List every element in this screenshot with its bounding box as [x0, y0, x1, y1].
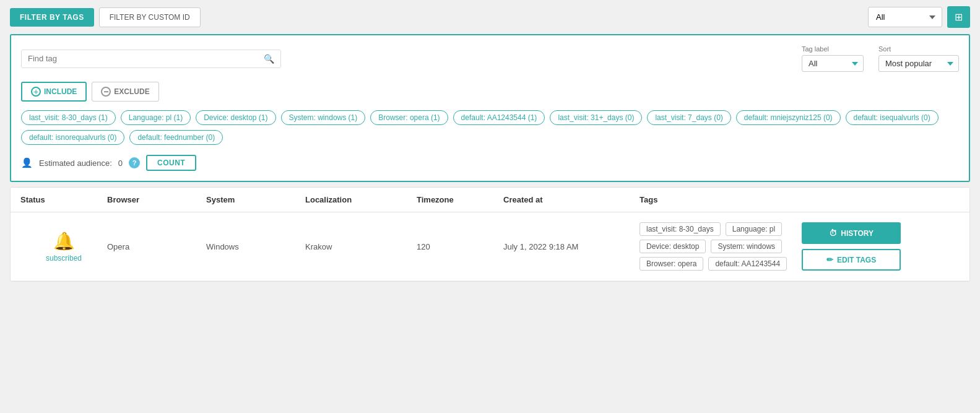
tag-chip[interactable]: default: feednumber (0): [129, 130, 223, 145]
filter-by-tags-button[interactable]: FILTER BY TAGS: [10, 8, 94, 27]
th-timezone: Timezone: [417, 195, 503, 204]
sort-label-text: Sort: [878, 45, 891, 53]
th-created-at: Created at: [503, 195, 640, 204]
history-label: HISTORY: [841, 229, 874, 238]
exclude-button[interactable]: − EXCLUDE: [92, 82, 158, 102]
tag-chip[interactable]: System: windows (1): [281, 110, 366, 125]
tag-chip[interactable]: last_visit: 31+_days (0): [550, 110, 642, 125]
plus-circle-icon: +: [31, 87, 41, 97]
search-row: 🔍 Tag label All Sort Most popular: [21, 45, 959, 72]
th-localization: Localization: [305, 195, 417, 204]
tag-label-group: Tag label All: [802, 45, 864, 72]
tag-chip[interactable]: default: isnorequalvurls (0): [21, 130, 124, 145]
tag-chip[interactable]: last_visit: 7_days (0): [647, 110, 731, 125]
person-icon: 👤: [21, 157, 33, 168]
th-tags: Tags: [640, 195, 960, 204]
audience-row: 👤 Estimated audience: 0 ? COUNT: [21, 155, 959, 171]
edit-tags-button[interactable]: EDIT TAGS: [802, 249, 901, 271]
search-input[interactable]: [28, 54, 264, 63]
search-box: 🔍: [21, 50, 281, 68]
tag-chip[interactable]: default: isequalvurls (0): [846, 110, 939, 125]
table-row: 🔔 subscribed Opera Windows Krakow 120 Ju…: [11, 212, 969, 281]
results-table: Status Browser System Localization Timez…: [10, 187, 970, 282]
tag-badge: last_visit: 8-30_days: [640, 222, 721, 236]
td-created-at: July 1, 2022 9:18 AM: [503, 242, 640, 251]
sort-group: Sort Most popular: [878, 45, 959, 72]
include-button[interactable]: + INCLUDE: [21, 82, 87, 102]
bell-icon: 🔔: [53, 231, 75, 251]
th-browser: Browser: [107, 195, 206, 204]
td-tags: last_visit: 8-30_daysLanguage: plDevice:…: [640, 222, 787, 271]
td-localization: Krakow: [305, 242, 417, 251]
search-icon: 🔍: [264, 54, 274, 64]
filter-panel: 🔍 Tag label All Sort Most popular + INCL…: [10, 34, 970, 182]
tag-badge: default: AA1243544: [708, 257, 787, 271]
td-status: 🔔 subscribed: [20, 231, 107, 263]
estimated-audience-label: Estimated audience:: [39, 159, 112, 168]
top-left-actions: FILTER BY TAGS FILTER BY CUSTOM ID: [10, 7, 201, 27]
td-actions: HISTORY EDIT TAGS: [802, 222, 901, 271]
tag-label-select[interactable]: All: [802, 55, 864, 72]
tag-chip[interactable]: Language: pl (1): [121, 110, 191, 125]
tag-chip[interactable]: Browser: opera (1): [370, 110, 448, 125]
filter-by-custom-id-button[interactable]: FILTER BY CUSTOM ID: [99, 7, 201, 27]
td-browser: Opera: [107, 242, 206, 251]
tags-area: last_visit: 8-30_days (1)Language: pl (1…: [21, 110, 959, 145]
tag-chip[interactable]: default: AA1243544 (1): [453, 110, 545, 125]
all-select[interactable]: All: [868, 7, 942, 27]
td-timezone: 120: [417, 242, 503, 251]
tag-chip[interactable]: last_visit: 8-30_days (1): [21, 110, 116, 125]
tag-label-text: Tag label: [802, 45, 829, 53]
td-tags-actions: last_visit: 8-30_daysLanguage: plDevice:…: [640, 222, 960, 271]
tag-badge: System: windows: [711, 240, 782, 253]
tag-badge: Browser: opera: [640, 257, 703, 271]
top-bar: FILTER BY TAGS FILTER BY CUSTOM ID All ⊞: [0, 0, 980, 34]
include-label: INCLUDE: [44, 87, 77, 96]
th-status: Status: [20, 195, 107, 204]
tag-badge: Language: pl: [726, 222, 782, 236]
history-button[interactable]: HISTORY: [802, 222, 901, 244]
edit-tags-label: EDIT TAGS: [837, 256, 876, 264]
pencil-icon: [826, 255, 833, 264]
include-exclude-row: + INCLUDE − EXCLUDE: [21, 82, 959, 102]
estimated-audience-value: 0: [118, 159, 123, 168]
subscribed-text: subscribed: [46, 254, 82, 263]
table-header: Status Browser System Localization Timez…: [11, 188, 969, 212]
tag-label-sort: Tag label All Sort Most popular: [802, 45, 959, 72]
sort-select[interactable]: Most popular: [878, 55, 959, 72]
top-right-controls: All ⊞: [868, 6, 970, 28]
tag-chip[interactable]: default: mniejszyniz125 (0): [736, 110, 841, 125]
clock-icon: [829, 228, 837, 238]
exclude-label: EXCLUDE: [114, 87, 149, 96]
td-system: Windows: [206, 242, 305, 251]
tag-badge: Device: desktop: [640, 240, 706, 253]
tag-chip[interactable]: Device: desktop (1): [196, 110, 275, 125]
minus-circle-icon: −: [101, 87, 111, 97]
count-button[interactable]: COUNT: [146, 155, 196, 171]
grid-view-button[interactable]: ⊞: [947, 6, 970, 28]
th-system: System: [206, 195, 305, 204]
help-icon[interactable]: ?: [129, 157, 140, 168]
